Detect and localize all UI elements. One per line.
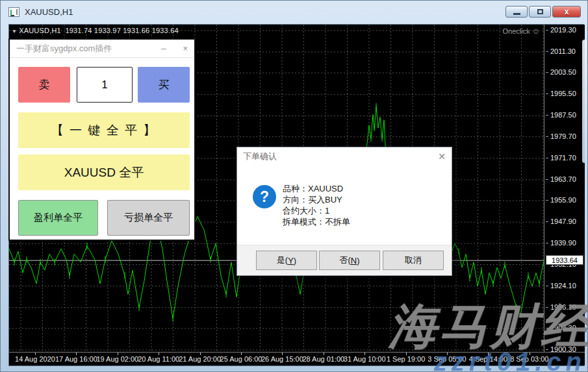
no-button[interactable]: 否(N) — [319, 251, 380, 270]
maximize-button[interactable] — [529, 6, 551, 18]
price-axis-label: 1995.50 — [550, 90, 576, 97]
current-price-tag: 1933.64 — [546, 255, 583, 265]
close-profit-orders-button[interactable]: 盈利单全平 — [18, 200, 98, 236]
sell-button[interactable]: 卖 — [18, 67, 70, 103]
price-axis-label: 1924.10 — [550, 282, 576, 290]
oneclick-trading-toggle[interactable]: Oneclick ☺ — [503, 27, 540, 36]
time-axis-label: 14 Aug 2020 — [15, 355, 55, 363]
price-axis-label: 1939.90 — [550, 239, 576, 247]
time-axis-label: 17 Aug 16:00 — [55, 355, 97, 363]
panel-close-button[interactable]: × — [183, 43, 188, 53]
order-lot-line: 合约大小：1 — [283, 205, 350, 216]
time-axis-tick — [282, 353, 283, 355]
plugin-panel-titlebar[interactable]: 一手财富sygdpx.com插件 – × — [10, 40, 194, 58]
close-button[interactable]: x — [552, 6, 581, 18]
dialog-title: 下单确认 — [243, 151, 277, 162]
quote-symbol: XAUUSD,H1 — [19, 27, 61, 34]
close-icon: x — [565, 8, 569, 16]
window-titlebar[interactable]: XAUUSD,H1 x — [1, 1, 587, 23]
price-axis-label: 1947.90 — [550, 217, 576, 225]
time-axis-tick — [76, 353, 77, 355]
yes-label: 是( — [277, 254, 288, 266]
order-confirm-dialog: 下单确认 ✕ ? 品种：XAUUSD 方向：买入BUY 合约大小：1 拆单模式：… — [236, 147, 452, 276]
time-axis-tick — [118, 353, 118, 355]
time-axis-tick — [324, 353, 324, 355]
time-axis-tick — [35, 353, 36, 355]
price-axis-label: 1971.70 — [550, 154, 576, 162]
watermark-small: zzrt01.cn — [434, 347, 586, 372]
time-axis-label: 19 Aug 02:00 — [96, 355, 138, 363]
time-axis-label: 25 Aug 06:00 — [220, 355, 262, 363]
price-axis-label: 1955.90 — [550, 196, 576, 204]
time-axis-label: 31 Aug 10:00 — [344, 355, 386, 363]
time-axis-label: 20 Aug 11:00 — [138, 355, 179, 363]
panel-minimize-button[interactable]: – — [161, 43, 166, 53]
price-axis-label: 2003.50 — [550, 68, 576, 76]
order-details: 品种：XAUUSD 方向：买入BUY 合约大小：1 拆单模式：不拆单 — [283, 183, 350, 227]
maximize-icon — [537, 9, 543, 14]
oneclick-smiley-icon: ☺ — [532, 27, 540, 36]
time-axis-tick — [159, 353, 159, 355]
order-symbol-line: 品种：XAUUSD — [283, 183, 350, 194]
time-axis-tick — [364, 353, 365, 355]
oneclick-label: Oneclick — [503, 27, 530, 35]
symbol-dropdown-arrow-icon: ▼ — [12, 29, 17, 34]
minimize-icon — [513, 13, 520, 15]
close-symbol-button[interactable]: XAUUSD 全平 — [18, 155, 190, 190]
time-axis-label: 21 Aug 20:00 — [179, 355, 221, 363]
price-axis-label: 2011.30 — [550, 47, 576, 55]
no-label: 否( — [339, 254, 350, 266]
trade-plugin-panel: 一手财富sygdpx.com插件 – × 卖 买 【 一 键 全 平 】 XAU… — [8, 38, 196, 241]
window-title: XAUUSD,H1 — [25, 7, 73, 17]
dialog-close-icon[interactable]: ✕ — [438, 151, 446, 162]
order-split-mode-line: 拆单模式：不拆单 — [283, 216, 350, 227]
chart-icon — [8, 7, 19, 17]
question-icon: ? — [253, 185, 276, 208]
price-axis-label: 1963.70 — [550, 175, 576, 183]
lot-size-input[interactable] — [77, 67, 133, 103]
minimize-button[interactable] — [505, 6, 528, 18]
plugin-panel-title: 一手财富sygdpx.com插件 — [16, 43, 112, 55]
order-direction-line: 方向：买入BUY — [283, 194, 350, 205]
cancel-button[interactable]: 取消 — [383, 251, 444, 270]
yes-key: Y — [288, 256, 294, 266]
time-axis-tick — [241, 353, 242, 355]
window-edge-highlight — [582, 40, 587, 163]
buy-button[interactable]: 买 — [138, 67, 190, 103]
time-axis-tick — [200, 353, 201, 355]
time-axis-label: 28 Aug 01:00 — [302, 355, 344, 363]
dialog-footer: 是(Y) 否(N) 取消 — [237, 245, 452, 275]
no-key: N — [351, 256, 357, 266]
price-axis-label: 2019.30 — [550, 26, 576, 34]
price-axis-label: 1987.50 — [550, 111, 576, 119]
close-all-button[interactable]: 【 一 键 全 平 】 — [18, 112, 190, 148]
dialog-titlebar[interactable]: 下单确认 ✕ — [237, 147, 452, 166]
quote-header: ▼XAUUSD,H1 1931.74 1933.97 1931.66 1933.… — [12, 27, 179, 34]
quote-ohlc: 1931.74 1933.97 1931.66 1933.64 — [65, 27, 178, 34]
yes-button[interactable]: 是(Y) — [256, 251, 317, 270]
time-axis-label: 26 Aug 15:00 — [261, 355, 303, 363]
close-loss-orders-button[interactable]: 亏损单全平 — [107, 200, 190, 236]
mt4-chart-window: XAUUSD,H1 x ▼XAUUSD,H1 1931.74 1933.97 1… — [0, 0, 588, 372]
price-axis-label: 1979.70 — [550, 132, 576, 140]
